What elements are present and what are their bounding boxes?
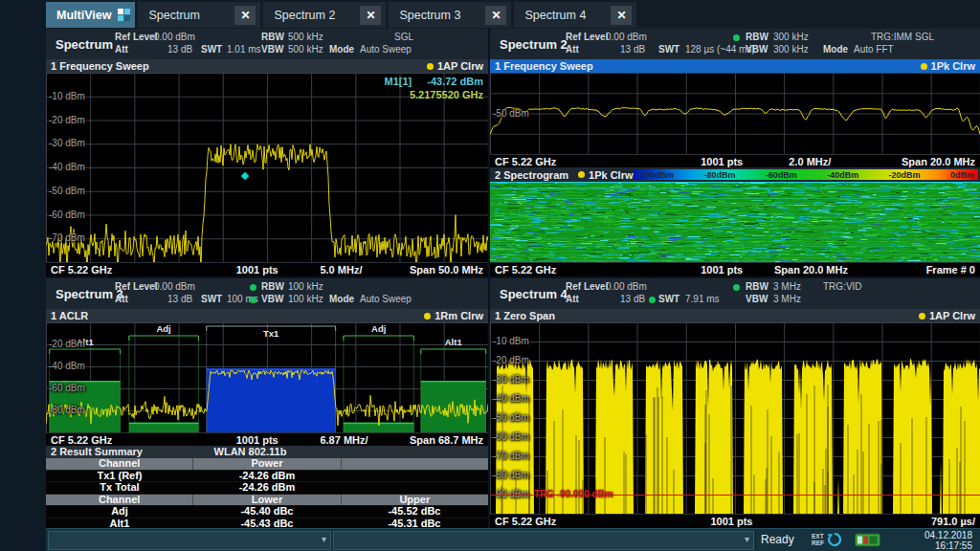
channel-header[interactable]: Spectrum 4 Ref Level 0.00 dBm Att 13 dB … [490, 278, 980, 309]
swt-label: SWT [658, 44, 679, 55]
spectrogram-title-bar[interactable]: 2 Spectrogram 1Pk Clrw -100dBm -80dBm -6… [490, 167, 980, 182]
frequency-sweep-chart[interactable]: -50 dBm [490, 73, 980, 154]
status-bar: ▾ ▾ Ready EXTREF 04.12.2018 16:17:55 [46, 528, 980, 551]
channel-header[interactable]: Spectrum Ref Level 0.00 dBm Att 13 dB SW… [46, 29, 488, 59]
span-value: Span 20.0 MHz [902, 156, 975, 167]
close-icon[interactable]: ✕ [234, 6, 256, 25]
colorbar-label: -20dBm [889, 170, 921, 180]
aclr-chart[interactable]: Alt1AdjTx1AdjAlt1 -20 dBm-40 dBm-60 dBm-… [46, 322, 488, 432]
swt-label: SWT [201, 44, 222, 55]
y-axis-label: -40 dBm [493, 393, 529, 404]
x-axis-bar: CF 5.22 GHz 1001 pts 5.0 MHz/ Span 50.0 … [46, 262, 488, 276]
coupling-dot-icon [250, 297, 256, 303]
vbw-label: VBW [261, 294, 283, 304]
tab-multiview-label: MultiView [56, 9, 111, 22]
ext-ref-icon [826, 531, 843, 548]
y-axis-label: -70 dBm [49, 232, 85, 243]
window-title-bar[interactable]: 1 ACLR 1Rm Clrw [46, 309, 488, 322]
window-title-bar[interactable]: 1 Frequency Sweep 1AP Clrw [46, 59, 488, 73]
vbw-label: VBW [746, 294, 768, 304]
tab-multiview[interactable]: MultiView [46, 2, 135, 28]
channel-header[interactable]: Spectrum 2 Ref Level 0.00 dBm Att 13 dB … [490, 29, 980, 59]
ref-level-value: 0.00 dBm [606, 281, 647, 292]
y-axis-label: -20 dBm [493, 355, 529, 365]
window-title-bar[interactable]: 1 Zero Span 1AP Clrw [490, 309, 980, 322]
coupling-dot-icon [250, 284, 256, 291]
window-title-bar[interactable]: 1 Frequency Sweep 1Pk Clrw [490, 59, 980, 73]
tab-spectrum-3[interactable]: Spectrum 3 ✕ [389, 2, 511, 28]
chevron-down-icon[interactable]: ▾ [745, 534, 749, 544]
center-freq: CF 5.22 GHz [495, 516, 556, 527]
separator [755, 531, 756, 549]
center-freq: CF 5.22 GHz [51, 264, 112, 276]
trace-dot-icon [578, 171, 585, 178]
trace-label: 1Rm Clrw [434, 309, 483, 322]
frame-number: Frame # 0 [926, 264, 975, 276]
swt-value: 1.01 ms [227, 44, 261, 55]
date-time: 04.12.2018 16:17:55 [924, 530, 972, 551]
att-label: Att [566, 294, 579, 304]
tab-spectrum-4[interactable]: Spectrum 4 ✕ [514, 2, 636, 28]
sequencer-dropdown[interactable]: ▾ [48, 531, 331, 550]
marker-info: M1[1]-43.72 dBm 5.2175520 GHz [385, 75, 483, 101]
trace-1rm: Alt1AdjTx1AdjAlt1 [46, 322, 488, 432]
x-axis-bar: CF 5.22 GHz 1001 pts Span 20.0 MHz Frame… [490, 262, 980, 276]
date-label: 04.12.2018 [924, 530, 972, 540]
cell [341, 471, 488, 482]
active-window[interactable]: 1 Frequency Sweep 1Pk Clrw -50 dBm CF 5.… [490, 59, 980, 167]
ref-level-value: 0.00 dBm [154, 32, 195, 42]
cell: -24.26 dBm [193, 471, 341, 482]
y-axis-label: -60 dBm [493, 431, 529, 442]
channel-name[interactable]: Spectrum 3 [56, 278, 123, 309]
y-axis-label: -50 dBm [493, 412, 529, 423]
vbw-value: 100 kHz [288, 294, 323, 304]
center-freq: CF 5.22 GHz [495, 156, 556, 167]
marker-frequency: 5.2175520 GHz [385, 88, 483, 101]
multiview-grid-icon [118, 9, 130, 21]
att-label: Att [566, 44, 579, 55]
channel-name[interactable]: Spectrum 2 [500, 29, 568, 59]
vbw-value: 3 MHz [773, 294, 801, 304]
tab-spectrum-2[interactable]: Spectrum 2 ✕ [263, 2, 386, 28]
channel-name[interactable]: Spectrum 4 [500, 278, 568, 309]
vbw-label: VBW [261, 44, 283, 55]
tab-label: Spectrum 4 [524, 9, 586, 22]
sweep-points: 1001 pts [701, 156, 743, 167]
y-axis-label: -10 dBm [49, 91, 85, 101]
att-value: 13 dB [167, 44, 192, 55]
att-label: Att [115, 294, 128, 304]
channel-name[interactable]: Spectrum [56, 29, 113, 59]
rbw-value: 500 kHz [288, 32, 323, 42]
y-axis-label: -80 dBm [493, 470, 529, 480]
y-axis-label: -20 dBm [49, 339, 85, 349]
trg-flag: TRG:VID [823, 281, 862, 292]
sgl-flag: SGL [394, 32, 413, 42]
close-icon[interactable]: ✕ [485, 6, 506, 25]
ref-level-label: Ref Level [566, 32, 608, 42]
message-field[interactable]: ▾ [333, 531, 754, 550]
zero-span-chart[interactable]: -10 dBm-20 dBm-30 dBm-40 dBm-50 dBm-60 d… [490, 322, 980, 514]
ext-label: EXT [812, 533, 824, 540]
frequency-sweep-chart[interactable]: -10 dBm-20 dBm-30 dBm-40 dBm-50 dBm-60 d… [46, 73, 488, 262]
svg-text:Tx1: Tx1 [263, 328, 279, 339]
time-label: 16:17:55 [924, 540, 972, 551]
close-icon[interactable]: ✕ [611, 6, 632, 25]
ref-level-value: 0.00 dBm [606, 32, 647, 42]
col-header: Channel [46, 458, 192, 470]
col-header: Upper [341, 495, 488, 506]
close-icon[interactable]: ✕ [360, 6, 381, 25]
cell: Adj [46, 506, 193, 518]
spectrogram-display[interactable] [490, 182, 980, 263]
ref-level-label: Ref Level [115, 281, 157, 292]
per-division: 6.87 MHz/ [320, 434, 368, 446]
tab-spectrum-1[interactable]: Spectrum ✕ [138, 2, 260, 28]
table-row: Tx Total -24.26 dBm [46, 482, 488, 495]
per-division: 791.0 µs/ [931, 516, 975, 527]
trace-label: 1Pk Clrw [589, 169, 633, 181]
col-header: Channel [46, 495, 192, 506]
spectrogram-canvas [490, 183, 980, 262]
channel-header[interactable]: Spectrum 3 Ref Level 0.00 dBm Att 13 dB … [46, 278, 488, 309]
table-row: Adj -45.40 dBc -45.52 dBc [46, 506, 488, 518]
chevron-down-icon[interactable]: ▾ [322, 534, 326, 544]
result-summary-table: Channel Power Tx1 (Ref) -24.26 dBm Tx To… [46, 458, 488, 528]
